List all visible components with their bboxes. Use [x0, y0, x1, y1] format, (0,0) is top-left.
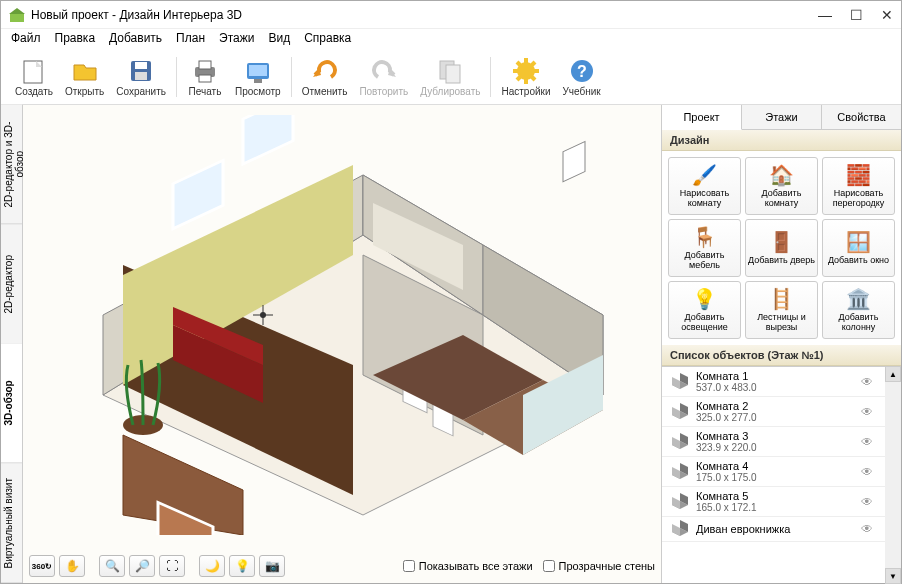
svg-marker-54	[672, 407, 680, 419]
object-icon	[670, 520, 690, 538]
menu-добавить[interactable]: Добавить	[109, 31, 162, 47]
app-icon	[9, 7, 25, 23]
viewport-3d[interactable]: 360↻ ✋ 🔍 🔎 ⛶ 🌙 💡 📷 Показывать все этажи …	[23, 105, 661, 583]
object-item[interactable]: Комната 2325.0 x 277.0👁	[662, 397, 885, 427]
object-icon	[670, 403, 690, 421]
furniture-icon: 🪑	[693, 225, 717, 249]
open-icon	[71, 57, 99, 85]
object-list[interactable]: Комната 1537.0 x 483.0👁Комната 2325.0 x …	[662, 366, 885, 583]
svg-rect-0	[10, 13, 24, 22]
object-name: Комната 2	[696, 400, 861, 412]
minimize-button[interactable]: —	[818, 7, 832, 23]
close-button[interactable]: ✕	[881, 7, 893, 23]
menu-план[interactable]: План	[176, 31, 205, 47]
svg-rect-11	[249, 65, 267, 76]
open-button[interactable]: Открыть	[59, 55, 110, 99]
object-list-scrollbar[interactable]: ▲ ▼	[885, 366, 901, 583]
object-icon	[670, 433, 690, 451]
right-tab[interactable]: Свойства	[822, 105, 901, 129]
preview-button[interactable]: Просмотр	[229, 55, 287, 99]
right-tab[interactable]: Проект	[662, 105, 742, 130]
save-button[interactable]: Сохранить	[110, 55, 172, 99]
toolbar-separator	[176, 57, 177, 97]
settings-button[interactable]: Настройки	[495, 55, 556, 99]
menu-справка[interactable]: Справка	[304, 31, 351, 47]
duplicate-icon	[436, 57, 464, 85]
redo-button: Повторить	[353, 55, 414, 99]
help-button[interactable]: ?Учебник	[557, 55, 607, 99]
rotate-360-button[interactable]: 360↻	[29, 555, 55, 577]
zoom-out-button[interactable]: 🔎	[129, 555, 155, 577]
object-item[interactable]: Комната 4175.0 x 175.0👁	[662, 457, 885, 487]
draw-wall-icon: 🧱	[847, 163, 871, 187]
viewport-toolbar: 360↻ ✋ 🔍 🔎 ⛶ 🌙 💡 📷 Показывать все этажи …	[29, 553, 655, 579]
window-title: Новый проект - Дизайн Интерьера 3D	[31, 8, 818, 22]
right-tab[interactable]: Этажи	[742, 105, 822, 129]
window-button[interactable]: 🪟Добавить окно	[822, 219, 895, 277]
object-name: Комната 4	[696, 460, 861, 472]
svg-text:?: ?	[577, 63, 587, 80]
view-tab[interactable]: 2D-редактор	[1, 225, 22, 345]
window-icon: 🪟	[847, 230, 871, 254]
objects-section-header: Список объектов (Этаж №1)	[662, 345, 901, 366]
create-button[interactable]: Создать	[9, 55, 59, 99]
visibility-icon[interactable]: 👁	[861, 522, 877, 536]
draw-room-button[interactable]: 🖌️Нарисовать комнату	[668, 157, 741, 215]
show-all-floors-checkbox[interactable]: Показывать все этажи	[403, 560, 533, 572]
column-button[interactable]: 🏛️Добавить колонну	[822, 281, 895, 339]
view-tabs: 2D-редактор и 3D-обзор2D-редактор3D-обзо…	[1, 105, 23, 583]
menu-этажи[interactable]: Этажи	[219, 31, 254, 47]
svg-marker-51	[672, 377, 680, 389]
pan-button[interactable]: ✋	[59, 555, 85, 577]
print-icon	[191, 57, 219, 85]
stairs-button[interactable]: 🪜Лестницы и вырезы	[745, 281, 818, 339]
visibility-icon[interactable]: 👁	[861, 495, 877, 509]
svg-marker-60	[672, 467, 680, 479]
create-icon	[20, 57, 48, 85]
svg-marker-66	[672, 524, 680, 536]
view-tab[interactable]: 3D-обзор	[1, 344, 22, 464]
object-item[interactable]: Комната 3323.9 x 220.0👁	[662, 427, 885, 457]
object-dimensions: 537.0 x 483.0	[696, 382, 861, 393]
view-tab[interactable]: Виртуальный визит	[1, 464, 22, 584]
stairs-icon: 🪜	[770, 287, 794, 311]
night-mode-button[interactable]: 🌙	[199, 555, 225, 577]
camera-button[interactable]: 📷	[259, 555, 285, 577]
toolbar-separator	[490, 57, 491, 97]
visibility-icon[interactable]: 👁	[861, 435, 877, 449]
object-item[interactable]: Комната 1537.0 x 483.0👁	[662, 367, 885, 397]
preview-icon	[244, 57, 272, 85]
undo-button[interactable]: Отменить	[296, 55, 354, 99]
object-item[interactable]: Диван еврокнижка👁	[662, 517, 885, 542]
right-panel: ПроектЭтажиСвойства Дизайн 🖌️Нарисовать …	[661, 105, 901, 583]
scroll-up-button[interactable]: ▲	[885, 366, 901, 382]
object-dimensions: 323.9 x 220.0	[696, 442, 861, 453]
visibility-icon[interactable]: 👁	[861, 375, 877, 389]
zoom-in-button[interactable]: 🔍	[99, 555, 125, 577]
menu-вид[interactable]: Вид	[268, 31, 290, 47]
transparent-walls-checkbox[interactable]: Прозрачные стены	[543, 560, 655, 572]
lighting-button[interactable]: 💡	[229, 555, 255, 577]
undo-icon	[311, 57, 339, 85]
furniture-button[interactable]: 🪑Добавить мебель	[668, 219, 741, 277]
visibility-icon[interactable]: 👁	[861, 405, 877, 419]
svg-rect-16	[446, 65, 460, 83]
view-tab[interactable]: 2D-редактор и 3D-обзор	[1, 105, 22, 225]
draw-wall-button[interactable]: 🧱Нарисовать перегородку	[822, 157, 895, 215]
add-room-icon: 🏠	[770, 163, 794, 187]
object-item[interactable]: Комната 5165.0 x 172.1👁	[662, 487, 885, 517]
print-button[interactable]: Печать	[181, 55, 229, 99]
zoom-fit-button[interactable]: ⛶	[159, 555, 185, 577]
add-room-button[interactable]: 🏠Добавить комнату	[745, 157, 818, 215]
menu-правка[interactable]: Правка	[55, 31, 96, 47]
maximize-button[interactable]: ☐	[850, 7, 863, 23]
visibility-icon[interactable]: 👁	[861, 465, 877, 479]
menu-файл[interactable]: Файл	[11, 31, 41, 47]
door-button[interactable]: 🚪Добавить дверь	[745, 219, 818, 277]
object-icon	[670, 493, 690, 511]
svg-rect-34	[243, 115, 293, 164]
light-icon: 💡	[693, 287, 717, 311]
scroll-down-button[interactable]: ▼	[885, 568, 901, 583]
door-icon: 🚪	[770, 230, 794, 254]
light-button[interactable]: 💡Добавить освещение	[668, 281, 741, 339]
